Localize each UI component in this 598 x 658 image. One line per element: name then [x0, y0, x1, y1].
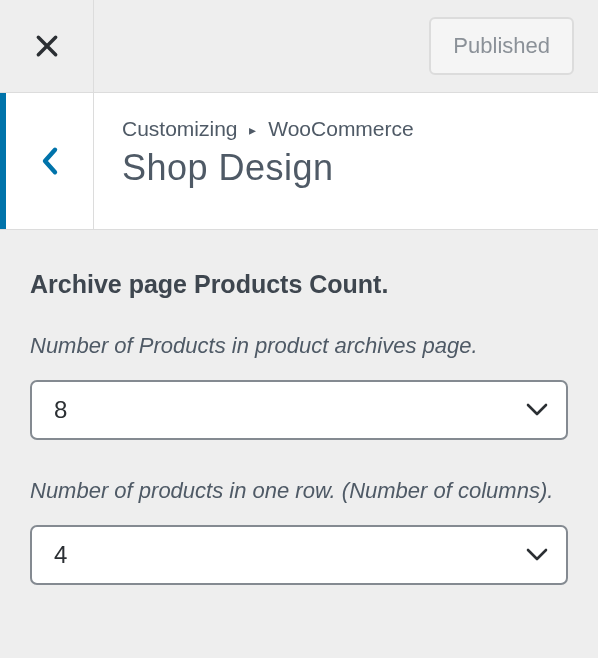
panel-header: Customizing ▸ WooCommerce Shop Design	[0, 92, 598, 230]
chevron-left-icon	[39, 146, 61, 176]
products-count-select-wrap	[30, 380, 568, 440]
columns-count-select[interactable]	[30, 525, 568, 585]
products-count-label: Number of Products in product archives p…	[30, 331, 568, 362]
back-button[interactable]	[0, 93, 94, 229]
close-button[interactable]	[0, 0, 94, 92]
close-icon	[34, 33, 60, 59]
breadcrumb: Customizing ▸ WooCommerce	[122, 117, 570, 141]
publish-status-button[interactable]: Published	[429, 17, 574, 75]
breadcrumb-separator-icon: ▸	[249, 122, 256, 138]
breadcrumb-prefix: Customizing	[122, 117, 238, 140]
panel-content: Archive page Products Count. Number of P…	[0, 230, 598, 641]
page-title: Shop Design	[122, 147, 570, 189]
columns-count-select-wrap	[30, 525, 568, 585]
section-heading: Archive page Products Count.	[30, 270, 568, 299]
columns-count-label: Number of products in one row. (Number o…	[30, 476, 568, 507]
panel-header-text: Customizing ▸ WooCommerce Shop Design	[94, 93, 598, 229]
breadcrumb-section: WooCommerce	[268, 117, 413, 140]
products-count-select[interactable]	[30, 380, 568, 440]
top-bar: Published	[0, 0, 598, 92]
